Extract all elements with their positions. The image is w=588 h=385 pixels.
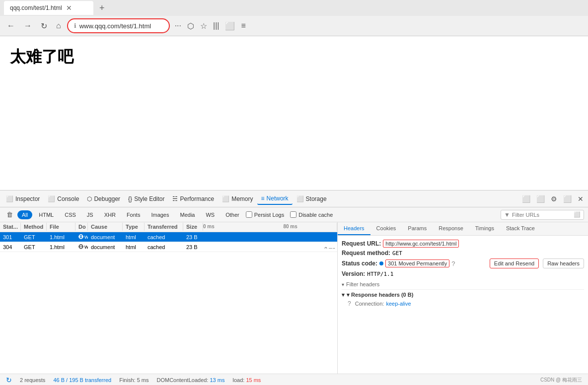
response-headers-title: ▾ ▾ Response headers (0 B) [342, 292, 584, 298]
disable-cache-label[interactable]: Disable cache [290, 211, 333, 218]
new-tab-button[interactable]: + [95, 3, 109, 13]
req-type: html [123, 233, 145, 242]
split-console-button[interactable]: ⬜ [519, 193, 533, 204]
details-panel: Headers Cookies Params Response Timings … [338, 222, 588, 374]
req-method: GET [21, 243, 47, 252]
devtools-tool-performance[interactable]: ☵ Performance [168, 193, 218, 204]
filter-all[interactable]: All [17, 210, 32, 219]
connection-row: ? Connection: keep-alive [342, 298, 584, 309]
browser-tab[interactable]: qqq.com/test/1.html ✕ [4, 1, 93, 15]
filter-xhr[interactable]: XHR [100, 210, 120, 219]
filter-ws[interactable]: WS [201, 210, 219, 219]
address-input[interactable] [79, 22, 163, 30]
filter-css[interactable]: CSS [60, 210, 80, 219]
devtools-tool-inspector[interactable]: ⬜ Inspector [2, 193, 44, 204]
hamburger-button[interactable]: ≡ [239, 19, 247, 32]
req-waterfall [203, 236, 337, 239]
col-size: Size [183, 223, 203, 231]
edit-resend-button[interactable]: Edit and Resend [490, 258, 539, 268]
req-domain: w... [75, 232, 88, 242]
persist-logs-label[interactable]: Persist Logs [246, 211, 285, 218]
transferred-info: 46 B / 195 B transferred [53, 377, 111, 383]
filter-fonts[interactable]: Fonts [122, 210, 145, 219]
style-editor-label: Style Editor [134, 195, 164, 202]
devtools-panel: ⬜ Inspector ⬜ Console ⬡ Debugger {} Styl… [0, 190, 588, 385]
network-icon: ≡ [261, 195, 265, 202]
style-editor-icon: {} [128, 195, 132, 202]
tab-params[interactable]: Params [402, 222, 433, 235]
req-transferred: cached [145, 243, 183, 252]
version-label: Version: [342, 270, 365, 277]
bookmark-button[interactable]: ☆ [198, 19, 209, 33]
raw-headers-button[interactable]: Raw headers [543, 258, 584, 268]
filter-other[interactable]: Other [221, 210, 244, 219]
bookmarks-sidebar-button[interactable]: ||| [211, 19, 221, 32]
reload-button[interactable]: ↻ [38, 19, 50, 33]
persist-logs-checkbox[interactable] [246, 211, 252, 218]
performance-icon: ☵ [172, 195, 178, 202]
requests-panel: Stat... Method File Do Cause Type Transf… [0, 222, 338, 374]
storage-icon: ⬜ [296, 195, 304, 202]
filter-html[interactable]: HTML [34, 210, 58, 219]
performance-label: Performance [180, 195, 214, 202]
devtools-close-button[interactable]: ✕ [575, 193, 586, 204]
back-button[interactable]: ← [4, 19, 18, 32]
tab-timings[interactable]: Timings [469, 222, 500, 235]
debugger-label: Debugger [94, 195, 120, 202]
finish-label: Finish: 5 ms [119, 377, 148, 383]
req-file: 1.html [47, 233, 75, 242]
devtools-tool-console[interactable]: ⬜ Console [44, 193, 83, 204]
devtools-tool-style-editor[interactable]: {} Style Editor [124, 193, 168, 204]
version-row: Version: HTTP/1.1 [342, 270, 584, 277]
status-code-indicator: 301 Moved Permanently [379, 259, 449, 267]
devtools-tool-memory[interactable]: ⬜ Memory [218, 193, 257, 204]
disable-cache-checkbox[interactable] [290, 211, 296, 218]
filter-options-button[interactable]: ⬜ [574, 211, 581, 218]
synced-tabs-button[interactable]: ⬜ [223, 19, 237, 33]
address-bar-wrapper: ℹ [67, 18, 170, 33]
response-headers-section: ▾ ▾ Response headers (0 B) ? Connection:… [342, 292, 584, 309]
devtools-tool-network[interactable]: ≡ Network [257, 193, 293, 205]
tab-title: qqq.com/test/1.html [10, 4, 62, 11]
filter-js[interactable]: JS [82, 210, 98, 219]
col-status: Stat... [0, 223, 21, 231]
forward-button[interactable]: → [21, 19, 35, 32]
filter-url-input[interactable] [512, 212, 572, 218]
req-size: 23 B [183, 233, 203, 242]
console-label: Console [57, 195, 79, 202]
req-cause: document [88, 233, 123, 242]
home-button[interactable]: ⌂ [53, 19, 64, 32]
devtools-tool-storage[interactable]: ⬜ Storage [293, 193, 331, 204]
tab-stack-trace[interactable]: Stack Trace [500, 222, 541, 235]
filter-media[interactable]: Media [175, 210, 199, 219]
inspector-icon: ⬜ [6, 195, 13, 202]
devtools-tool-debugger[interactable]: ⬡ Debugger [83, 193, 124, 204]
table-row[interactable]: 304 GET 1.html w... document html cached… [0, 242, 337, 252]
details-tabs: Headers Cookies Params Response Timings … [338, 222, 588, 236]
requests-header: Stat... Method File Do Cause Type Transf… [0, 222, 337, 232]
request-method-value: GET [392, 250, 402, 257]
status-code-row: Status code: 301 Moved Permanently ? Edi… [342, 258, 584, 268]
tab-close-icon[interactable]: ✕ [66, 4, 72, 12]
question-icon[interactable]: ? [451, 260, 455, 267]
connection-value: keep-alive [386, 301, 411, 307]
devtools-main-tabs: ⬜ Inspector ⬜ Console ⬡ Debugger {} Styl… [0, 191, 588, 207]
more-options-button[interactable]: ··· [173, 19, 183, 32]
req-cause: document [88, 243, 123, 252]
network-filter-toolbar: 🗑 All HTML CSS JS XHR Fonts Images Media… [0, 207, 588, 222]
col-method: Method [21, 223, 47, 231]
settings-button[interactable]: ⚙ [548, 193, 560, 204]
tab-cookies[interactable]: Cookies [370, 222, 402, 235]
req-waterfall: 0 ms [203, 246, 337, 249]
filter-images[interactable]: Images [147, 210, 173, 219]
dock-button[interactable]: ⬜ [534, 193, 547, 204]
details-content: Request URL: http://www.gc.com/test/1.ht… [338, 236, 588, 374]
responsive-button[interactable]: ⬜ [561, 193, 574, 204]
tab-response[interactable]: Response [433, 222, 469, 235]
tab-headers[interactable]: Headers [338, 222, 370, 235]
pocket-button[interactable]: ⬡ [185, 19, 196, 33]
request-url-value: http://www.gc.com/test/1.html [383, 240, 459, 248]
clear-network-button[interactable]: 🗑 [4, 209, 15, 220]
col-type: Type [123, 223, 145, 231]
table-row[interactable]: 301 GET 1.html w... document html cached… [0, 232, 337, 242]
